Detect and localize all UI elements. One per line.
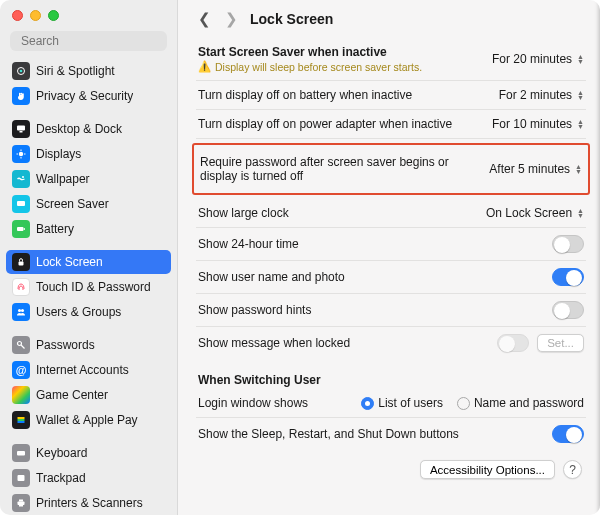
toggle-username-photo[interactable] [552, 268, 584, 286]
row-label: Show password hints [198, 303, 540, 317]
battery-icon [12, 220, 30, 238]
screensaver-icon [12, 195, 30, 213]
row-24h-time: Show 24-hour time [196, 228, 586, 261]
sidebar-item-label: Keyboard [36, 446, 87, 460]
warning-icon: ⚠️ [198, 60, 211, 73]
trackpad-icon [12, 469, 30, 487]
svg-point-16 [18, 309, 21, 312]
sidebar-item-label: Game Center [36, 388, 108, 402]
sidebar-item-users[interactable]: Users & Groups [6, 300, 171, 324]
sidebar-item-keyboard[interactable]: Keyboard [6, 441, 171, 465]
sidebar-nav: Siri & Spotlight Privacy & Security Desk… [0, 59, 177, 515]
zoom-window-button[interactable] [48, 10, 59, 21]
sidebar-item-printers[interactable]: Printers & Scanners [6, 491, 171, 515]
sidebar-item-wallpaper[interactable]: Wallpaper [6, 167, 171, 191]
page-title: Lock Screen [250, 11, 333, 27]
sidebar-item-siri[interactable]: Siri & Spotlight [6, 59, 171, 83]
siri-icon [12, 62, 30, 80]
gamecenter-icon [12, 386, 30, 404]
main-panel: ❮ ❯ Lock Screen Start Screen Saver when … [178, 0, 600, 515]
row-battery-off: Turn display off on battery when inactiv… [196, 81, 586, 110]
settings-content: Start Screen Saver when inactive ⚠️ Disp… [178, 34, 600, 515]
printer-icon [12, 494, 30, 512]
sidebar-item-label: Wallet & Apple Pay [36, 413, 138, 427]
back-button[interactable]: ❮ [196, 10, 213, 28]
help-button[interactable]: ? [563, 460, 582, 479]
footer-buttons: Accessibility Options... ? [196, 450, 586, 483]
sidebar-item-label: Printers & Scanners [36, 496, 143, 510]
main-header: ❮ ❯ Lock Screen [178, 0, 600, 34]
power-off-select[interactable]: For 10 minutes ▲▼ [492, 117, 584, 131]
sidebar-item-label: Siri & Spotlight [36, 64, 115, 78]
svg-line-19 [21, 345, 25, 349]
sidebar-item-displays[interactable]: Displays [6, 142, 171, 166]
sidebar-item-label: Wallpaper [36, 172, 90, 186]
require-password-select[interactable]: After 5 minutes ▲▼ [489, 162, 582, 176]
sidebar-item-internet[interactable]: @ Internet Accounts [6, 358, 171, 382]
large-clock-select[interactable]: On Lock Screen ▲▼ [486, 206, 584, 220]
stepper-icon: ▲▼ [577, 54, 584, 64]
row-message-locked: Show message when locked Set... [196, 327, 586, 359]
sidebar-item-battery[interactable]: Battery [6, 217, 171, 241]
desktop-icon [12, 120, 30, 138]
sidebar-item-label: Displays [36, 147, 81, 161]
battery-off-select[interactable]: For 2 minutes ▲▼ [499, 88, 584, 102]
sidebar-item-label: Touch ID & Password [36, 280, 151, 294]
row-label: Require password after screen saver begi… [200, 155, 460, 183]
row-label: Show user name and photo [198, 270, 540, 284]
highlighted-setting: Require password after screen saver begi… [192, 143, 590, 195]
accessibility-options-button[interactable]: Accessibility Options... [420, 460, 555, 479]
toggle-message-locked[interactable] [497, 334, 529, 352]
sidebar-item-label: Internet Accounts [36, 363, 129, 377]
forward-button[interactable]: ❯ [223, 10, 240, 28]
sidebar: Siri & Spotlight Privacy & Security Desk… [0, 0, 178, 515]
screensaver-inactive-select[interactable]: For 20 minutes ▲▼ [492, 52, 584, 66]
close-window-button[interactable] [12, 10, 23, 21]
toggle-password-hints[interactable] [552, 301, 584, 319]
svg-rect-21 [18, 419, 25, 421]
sidebar-item-label: Desktop & Dock [36, 122, 122, 136]
sidebar-item-label: Lock Screen [36, 255, 103, 269]
sidebar-item-label: Users & Groups [36, 305, 121, 319]
row-username-photo: Show user name and photo [196, 261, 586, 294]
at-icon: @ [12, 361, 30, 379]
row-require-password: Require password after screen saver begi… [198, 151, 584, 187]
row-label: Show 24-hour time [198, 237, 540, 251]
toggle-sleep-restart-buttons[interactable] [552, 425, 584, 443]
fingerprint-icon [12, 278, 30, 296]
sidebar-item-label: Trackpad [36, 471, 86, 485]
svg-rect-22 [18, 421, 25, 423]
search-field[interactable] [10, 31, 167, 51]
toggle-24h-time[interactable] [552, 235, 584, 253]
minimize-window-button[interactable] [30, 10, 41, 21]
sidebar-item-wallet[interactable]: Wallet & Apple Pay [6, 408, 171, 432]
display-icon [12, 145, 30, 163]
svg-rect-4 [17, 126, 25, 131]
row-label: Login window shows [198, 396, 349, 410]
row-password-hints: Show password hints [196, 294, 586, 327]
svg-point-11 [22, 176, 24, 178]
radio-list-of-users[interactable]: List of users [361, 396, 443, 410]
sidebar-item-privacy[interactable]: Privacy & Security [6, 84, 171, 108]
sidebar-item-desktop[interactable]: Desktop & Dock [6, 117, 171, 141]
sidebar-item-passwords[interactable]: Passwords [6, 333, 171, 357]
sidebar-item-gamecenter[interactable]: Game Center [6, 383, 171, 407]
hand-icon [12, 87, 30, 105]
svg-point-18 [18, 342, 22, 346]
warning-text: ⚠️ Display will sleep before screen save… [198, 60, 480, 73]
sidebar-item-label: Screen Saver [36, 197, 109, 211]
row-label: Show the Sleep, Restart, and Shut Down b… [198, 427, 540, 441]
set-message-button[interactable]: Set... [537, 334, 584, 352]
sidebar-item-trackpad[interactable]: Trackpad [6, 466, 171, 490]
sidebar-item-lock-screen[interactable]: Lock Screen [6, 250, 171, 274]
svg-point-17 [21, 309, 24, 312]
svg-rect-24 [18, 475, 25, 481]
sidebar-item-touchid[interactable]: Touch ID & Password [6, 275, 171, 299]
svg-rect-13 [17, 227, 24, 231]
svg-rect-5 [20, 131, 23, 133]
radio-name-and-password[interactable]: Name and password [457, 396, 584, 410]
sidebar-item-label: Privacy & Security [36, 89, 133, 103]
search-input[interactable] [21, 34, 171, 48]
sidebar-item-screensaver[interactable]: Screen Saver [6, 192, 171, 216]
row-label: Show large clock [198, 206, 474, 220]
